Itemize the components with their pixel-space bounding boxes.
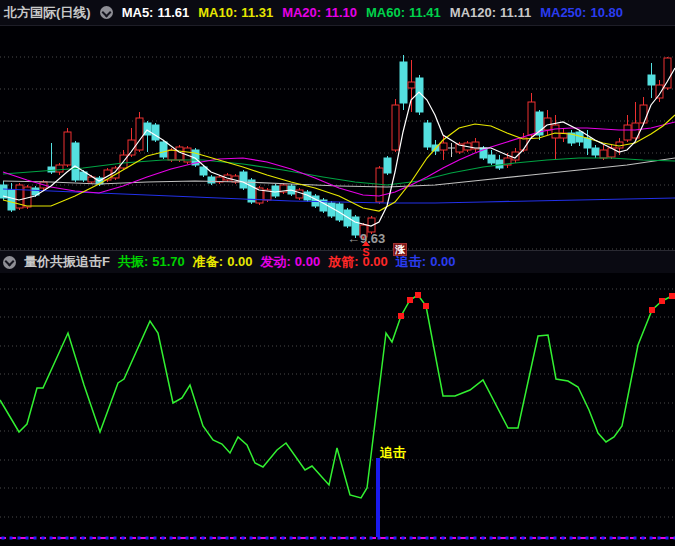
symbol-title: 北方国际(日线) (4, 4, 91, 22)
indicator-header: 量价共振追击F 共振:51.70 准备:0.00 发动:0.00 放箭:0.00… (0, 250, 675, 273)
indicator-chart[interactable] (0, 272, 675, 546)
ma250-reading: MA250:10.80 (540, 5, 623, 20)
fangjian-reading: 放箭:0.00 (328, 253, 388, 271)
candlestick-canvas (0, 25, 675, 250)
price-chart-header: 北方国际(日线) MA5:11.61 MA10:11.31 MA20:11.10… (0, 0, 675, 26)
ma60-reading: MA60:11.41 (366, 5, 441, 20)
ma120-reading: MA120:11.11 (450, 5, 531, 20)
zhunbei-reading: 准备:0.00 (193, 253, 253, 271)
ma5-reading: MA5:11.61 (122, 5, 190, 20)
rise-badge: 涨 (393, 243, 407, 256)
indicator-canvas (0, 272, 675, 546)
chevron-down-icon[interactable] (3, 256, 16, 269)
fadong-reading: 发动:0.00 (261, 253, 321, 271)
gongzhen-reading: 共振:51.70 (118, 253, 185, 271)
stock-chart-window: 北方国际(日线) MA5:11.61 MA10:11.31 MA20:11.10… (0, 0, 675, 546)
sell-signal-marker: S (362, 241, 370, 258)
pursuit-signal-label: 追击 (380, 446, 406, 459)
candlestick-chart[interactable] (0, 25, 675, 250)
ma10-reading: MA10:11.31 (198, 5, 273, 20)
chevron-down-icon[interactable] (100, 6, 113, 19)
ma20-reading: MA20:11.10 (282, 5, 357, 20)
indicator-name: 量价共振追击F (24, 253, 110, 271)
